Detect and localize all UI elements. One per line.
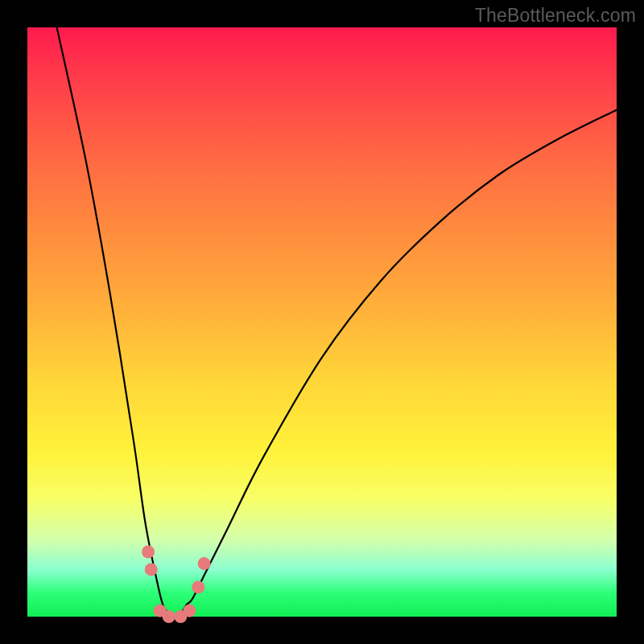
curve-layer bbox=[0, 0, 644, 644]
marker-dot bbox=[192, 580, 204, 593]
marker-dot bbox=[142, 545, 155, 558]
watermark-text: TheBottleneck.com bbox=[475, 5, 636, 27]
bottleneck-curve bbox=[57, 27, 617, 617]
marker-dot bbox=[183, 605, 196, 617]
chart-frame: TheBottleneck.com bbox=[0, 0, 644, 644]
marker-dot bbox=[145, 563, 158, 576]
marker-dot bbox=[198, 557, 211, 570]
marker-dot bbox=[163, 610, 175, 623]
